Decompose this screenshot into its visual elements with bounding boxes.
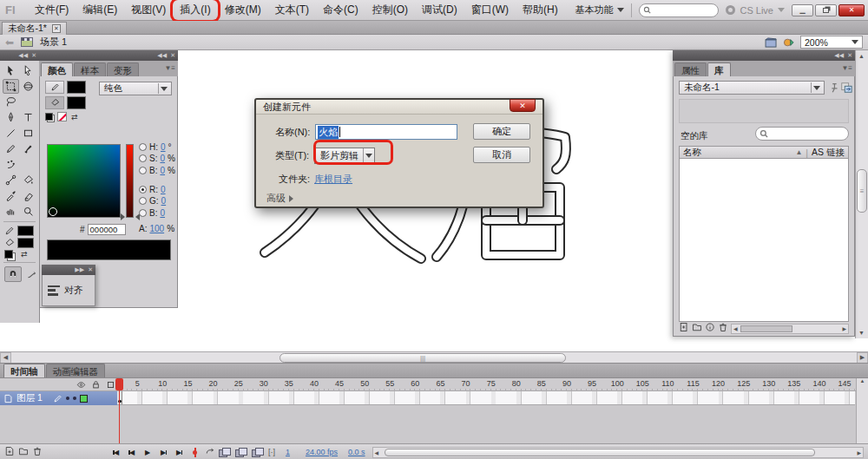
menu-item-9[interactable]: 窗口(W) [464, 0, 516, 20]
library-search-input[interactable] [755, 127, 849, 141]
tab-timeline[interactable]: 时间轴 [3, 364, 45, 377]
lock-icon[interactable] [91, 380, 101, 390]
library-horizontal-scrollbar[interactable]: ◀▶ [731, 324, 849, 334]
symbol-name-input[interactable]: 火焰 [315, 124, 457, 140]
pin-icon[interactable] [828, 82, 840, 94]
new-layer-button[interactable] [4, 446, 15, 458]
swap-colors-icon[interactable]: ⇄ [21, 250, 28, 259]
menu-item-8[interactable]: 调试(D) [415, 0, 464, 20]
cs-live-button[interactable]: CS Live [726, 5, 785, 16]
play-button[interactable]: ▶ [141, 447, 154, 458]
expand-icon[interactable]: ▶▶ [75, 266, 84, 273]
scroll-right-icon[interactable]: ▶ [857, 352, 868, 364]
column-name[interactable]: 名称 [683, 147, 701, 159]
tab-properties[interactable]: 属性 [674, 62, 707, 76]
loop-icon[interactable] [205, 447, 215, 457]
menu-item-4[interactable]: 修改(M) [218, 0, 268, 20]
panel-menu-icon[interactable]: ▼≡ [841, 64, 852, 72]
fill-color-swatch[interactable] [17, 238, 34, 248]
workspace-switcher[interactable]: 基本功能 [575, 3, 624, 16]
frames-row[interactable] [117, 391, 855, 405]
outline-icon[interactable] [106, 380, 115, 390]
close-icon[interactable]: ✕ [31, 52, 36, 59]
close-icon[interactable]: ✕ [170, 52, 175, 59]
playhead[interactable] [115, 378, 123, 390]
eye-icon[interactable] [76, 380, 86, 390]
radio-r[interactable] [139, 186, 147, 193]
dialog-close-button[interactable]: ✕ [510, 99, 536, 112]
dialog-title-bar[interactable]: 创建新元件 ✕ [256, 100, 542, 115]
center-frame-icon[interactable] [194, 448, 196, 457]
collapse-icon[interactable]: ◀◀ [18, 52, 28, 59]
new-folder-button[interactable] [692, 322, 702, 335]
trash-icon[interactable] [718, 322, 728, 335]
frame-ruler[interactable]: 1510152025303540455055606570758085909510… [117, 378, 855, 391]
tab-transform[interactable]: 变形 [107, 62, 139, 76]
tab-swatches[interactable]: 样本 [74, 62, 106, 76]
hand-tool[interactable] [3, 204, 19, 219]
hue-slider-handle[interactable] [121, 213, 125, 220]
search-input[interactable] [639, 3, 719, 17]
frame-rate[interactable]: 24.00 fps [306, 448, 338, 456]
cancel-button[interactable]: 取消 [473, 147, 530, 163]
horizontal-scroll-thumb[interactable] [279, 353, 566, 363]
radio-g[interactable] [139, 197, 147, 205]
paint-bucket-tool[interactable] [20, 173, 36, 187]
onion-skin-outlines-icon[interactable] [235, 448, 246, 456]
back-arrow-icon[interactable]: ⬅ [5, 36, 14, 49]
align-panel-body[interactable]: 对齐 [42, 275, 95, 306]
hue-slider[interactable] [126, 144, 134, 218]
default-colors-icon[interactable] [4, 250, 13, 259]
brush-tool[interactable] [20, 141, 36, 156]
scroll-up-icon[interactable]: ▲ [856, 50, 867, 62]
color-picker-gradient[interactable] [47, 144, 121, 218]
library-document-dropdown[interactable]: 未命名-1 [679, 81, 825, 95]
current-frame[interactable]: 1 [286, 448, 290, 456]
zoom-tool[interactable] [20, 204, 36, 219]
menu-item-3[interactable]: 插入(I) [173, 0, 217, 20]
menu-item-2[interactable]: 视图(V) [124, 0, 173, 20]
trash-icon[interactable] [32, 446, 43, 458]
eyedropper-tool[interactable] [3, 188, 19, 203]
close-icon[interactable]: ✕ [88, 266, 93, 273]
tab-color[interactable]: 颜色 [41, 62, 73, 76]
step-forward-button[interactable]: ▶ [157, 447, 169, 458]
deco-spray-tool[interactable] [3, 157, 19, 172]
go-to-last-frame-button[interactable]: ▶ [173, 447, 185, 458]
timeline-horizontal-scrollbar[interactable]: ◀▶ [372, 447, 864, 458]
scene-breadcrumb[interactable]: 场景 1 [40, 36, 67, 49]
free-transform-tool[interactable] [3, 79, 19, 94]
radio-b2[interactable] [139, 209, 147, 217]
menu-item-1[interactable]: 编辑(E) [76, 0, 124, 20]
color-type-dropdown[interactable]: 纯色 [99, 82, 172, 95]
pencil-tool[interactable] [3, 141, 19, 156]
fill-color-button[interactable] [45, 96, 64, 109]
no-color-icon[interactable] [57, 112, 67, 121]
line-tool[interactable] [3, 126, 19, 141]
modify-markers-icon[interactable]: [·] [268, 448, 275, 456]
snap-magnet-button[interactable] [4, 266, 22, 282]
selection-tool[interactable] [3, 63, 19, 78]
alpha-value[interactable]: 100 [149, 224, 164, 233]
collapse-icon[interactable]: ◀◀ [834, 52, 844, 59]
scroll-left-icon[interactable]: ◀ [0, 352, 11, 364]
tab-library[interactable]: 库 [707, 62, 731, 76]
zoom-level-select[interactable]: 200% [800, 36, 863, 49]
hex-color-input[interactable]: 000000 [88, 224, 126, 235]
menu-item-10[interactable]: 帮助(H) [516, 0, 565, 20]
layer-visible-dot[interactable] [66, 397, 69, 400]
library-item-list[interactable] [679, 159, 849, 322]
lasso-tool[interactable] [3, 95, 19, 109]
stage-horizontal-scrollbar[interactable]: ◀ ▶ [0, 351, 868, 363]
document-tab[interactable]: 未命名-1* ✕ [2, 22, 67, 35]
edit-scene-icon[interactable] [765, 37, 778, 48]
stroke-color-swatch[interactable] [67, 81, 86, 94]
close-tab-icon[interactable]: ✕ [52, 24, 61, 33]
stage-vertical-scrollbar[interactable]: ▲ ▼ [855, 50, 868, 338]
menu-item-6[interactable]: 命令(C) [316, 0, 365, 20]
properties-button[interactable] [705, 322, 715, 335]
collapse-icon[interactable]: ◀◀ [157, 52, 167, 59]
smooth-icon[interactable] [26, 269, 37, 280]
scroll-down-icon[interactable]: ▼ [856, 327, 867, 338]
advanced-expander[interactable]: 高级 [266, 192, 293, 205]
